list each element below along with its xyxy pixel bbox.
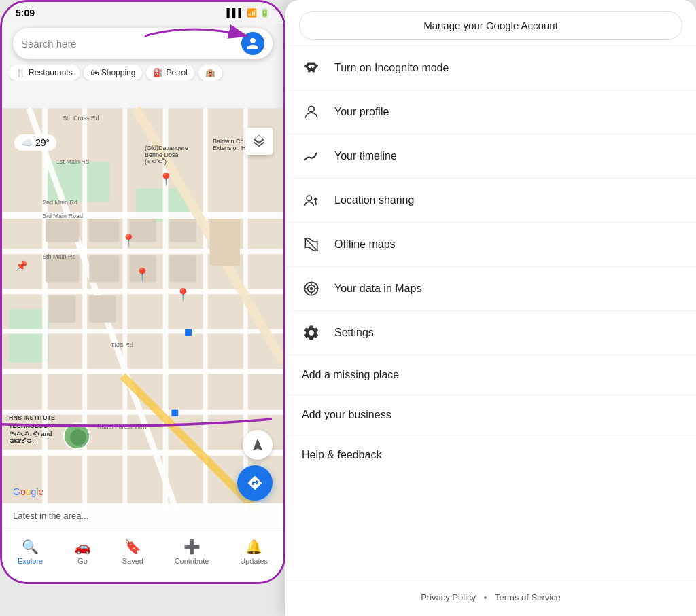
hotel-icon: 🏨: [205, 68, 215, 77]
footer-dot: [484, 596, 487, 599]
svg-rect-11: [42, 108, 48, 509]
menu-item-help[interactable]: Help & feedback: [285, 438, 696, 472]
profile-label: Your profile: [334, 106, 389, 118]
explore-icon: 🔍: [22, 539, 39, 555]
menu-footer: Privacy Policy Terms of Service: [285, 581, 696, 616]
divider-2: [285, 90, 696, 90]
menu-item-add-place[interactable]: Add a missing place: [285, 358, 696, 392]
go-label: Go: [77, 557, 88, 565]
divider-5: [285, 222, 696, 223]
terms-of-service-link[interactable]: Terms of Service: [495, 592, 561, 602]
category-chips: 🍴 Restaurants 🛍 Shopping ⛽ Petrol 🏨: [9, 65, 277, 81]
menu-item-data[interactable]: Your data in Maps: [285, 270, 696, 308]
street-label-7: Nandi Forest View: [97, 423, 147, 430]
place-davangere: (Old)DavangereBenne Dosa(ಇಲ್ಲಿ): [145, 145, 188, 165]
timeline-label: Your timeline: [334, 150, 397, 162]
menu-item-add-business[interactable]: Add your business: [285, 398, 696, 432]
petrol-label: Petrol: [166, 68, 187, 77]
incognito-icon: [302, 58, 321, 77]
menu-item-settings[interactable]: Settings: [285, 314, 696, 352]
menu-item-incognito[interactable]: Turn on Incognito mode: [285, 49, 696, 87]
map-pin-blue-1[interactable]: 📌: [16, 260, 27, 271]
svg-rect-15: [203, 108, 208, 509]
svg-point-40: [315, 203, 317, 205]
latest-text: Latest in the area...: [13, 511, 88, 521]
contribute-label: Contribute: [175, 557, 209, 565]
street-label-5: 6th Main Rd: [43, 253, 76, 260]
petrol-icon: ⛽: [153, 68, 163, 77]
restaurants-icon: 🍴: [16, 68, 26, 77]
nav-explore[interactable]: 🔍 Explore: [18, 539, 43, 565]
updates-label: Updates: [240, 557, 268, 565]
hotel-chip[interactable]: 🏨: [198, 65, 222, 81]
map-pin-2[interactable]: 📍: [121, 233, 136, 248]
divider-3: [285, 134, 696, 134]
contribute-icon: ➕: [184, 539, 201, 555]
google-logo: Google: [13, 486, 44, 497]
street-label-1: 5th Cross Rd: [63, 115, 99, 122]
svg-rect-31: [185, 329, 192, 336]
offline-maps-icon: [302, 235, 321, 254]
directions-fab[interactable]: [237, 465, 273, 501]
battery-icon: 🔋: [260, 8, 270, 18]
updates-icon: 🔔: [245, 539, 262, 555]
location-sharing-label: Location sharing: [334, 194, 414, 206]
profile-icon: [302, 103, 321, 122]
map-pin-4[interactable]: 📍: [175, 287, 190, 302]
svg-rect-25: [49, 295, 75, 322]
timeline-icon: [302, 147, 321, 166]
street-label-2: 1st Main Rd: [56, 158, 89, 165]
street-label-3: 2nd Main Rd: [43, 199, 77, 206]
incognito-label: Turn on Incognito mode: [334, 62, 449, 74]
menu-item-timeline[interactable]: Your timeline: [285, 137, 696, 175]
menu-item-location-sharing[interactable]: Location sharing: [285, 181, 696, 219]
manage-account-button[interactable]: Manage your Google Account: [299, 11, 682, 40]
divider-4: [285, 178, 696, 179]
svg-rect-13: [122, 108, 127, 509]
svg-point-38: [307, 196, 312, 201]
restaurants-chip[interactable]: 🍴 Restaurants: [9, 65, 80, 81]
svg-point-37: [309, 106, 315, 112]
phone-frame: 5:09 ▌▌▌ 📶 🔋 Search here: [0, 0, 285, 584]
wifi-icon: 📶: [247, 8, 257, 18]
nav-go[interactable]: 🚗 Go: [74, 539, 91, 565]
svg-rect-21: [89, 255, 119, 282]
compass-button[interactable]: [243, 430, 273, 460]
explore-label: Explore: [18, 557, 43, 565]
data-label: Your data in Maps: [334, 283, 421, 295]
status-bar: 5:09 ▌▌▌ 📶 🔋: [2, 2, 283, 24]
status-time: 5:09: [16, 7, 35, 18]
saved-label: Saved: [122, 557, 143, 565]
saved-icon: 🔖: [124, 539, 141, 555]
settings-label: Settings: [334, 327, 374, 339]
nav-saved[interactable]: 🔖 Saved: [122, 539, 143, 565]
latest-bar: Latest in the area...: [2, 503, 283, 528]
divider-1: [285, 46, 696, 46]
nav-contribute[interactable]: ➕ Contribute: [175, 539, 209, 565]
menu-item-profile[interactable]: Your profile: [285, 93, 696, 131]
shopping-icon: 🛍: [90, 68, 99, 77]
user-avatar[interactable]: [241, 32, 264, 55]
menu-item-offline-maps[interactable]: Offline maps: [285, 225, 696, 264]
shopping-chip[interactable]: 🛍 Shopping: [84, 65, 143, 81]
petrol-chip[interactable]: ⛽ Petrol: [146, 65, 194, 81]
nav-updates[interactable]: 🔔 Updates: [240, 539, 268, 565]
bottom-nav: 🔍 Explore 🚗 Go 🔖 Saved ➕ Contribute 🔔 Up…: [2, 528, 283, 582]
svg-rect-29: [169, 255, 196, 282]
map-pin-1[interactable]: 📍: [158, 172, 173, 187]
search-bar[interactable]: Search here: [13, 28, 273, 59]
svg-rect-12: [82, 108, 87, 509]
go-icon: 🚗: [74, 539, 91, 555]
status-icons: ▌▌▌ 📶 🔋: [226, 8, 270, 18]
manage-account-label: Manage your Google Account: [423, 20, 558, 31]
privacy-policy-link[interactable]: Privacy Policy: [421, 592, 476, 602]
layers-button[interactable]: [245, 128, 273, 155]
settings-icon: [302, 323, 321, 342]
phone-panel: 5:09 ▌▌▌ 📶 🔋 Search here: [0, 0, 285, 616]
svg-rect-28: [169, 219, 196, 242]
svg-rect-30: [210, 219, 240, 266]
offline-maps-label: Offline maps: [334, 238, 396, 251]
map-pin-3[interactable]: 📍: [135, 267, 150, 282]
svg-rect-23: [46, 219, 79, 242]
svg-rect-20: [89, 219, 119, 242]
